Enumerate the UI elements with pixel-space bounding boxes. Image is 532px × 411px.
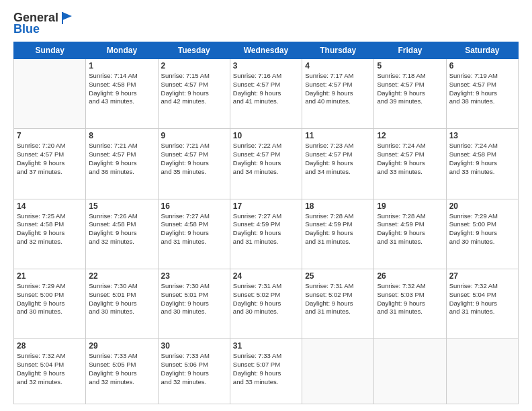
calendar-cell	[374, 339, 446, 404]
calendar-cell	[446, 339, 518, 404]
calendar-cell: 20Sunrise: 7:29 AMSunset: 5:00 PMDayligh…	[446, 199, 518, 269]
calendar-cell: 27Sunrise: 7:32 AMSunset: 5:04 PMDayligh…	[446, 269, 518, 338]
calendar-cell: 11Sunrise: 7:23 AMSunset: 4:57 PMDayligh…	[302, 129, 374, 199]
day-number: 3	[233, 61, 299, 71]
calendar-cell: 31Sunrise: 7:33 AMSunset: 5:07 PMDayligh…	[230, 339, 302, 404]
day-info: Sunrise: 7:29 AMSunset: 5:00 PMDaylight:…	[449, 212, 515, 246]
page: General Blue SundayMondayTuesdayWednesda…	[0, 0, 532, 411]
calendar-cell: 28Sunrise: 7:32 AMSunset: 5:04 PMDayligh…	[14, 339, 86, 404]
day-info: Sunrise: 7:17 AMSunset: 4:57 PMDaylight:…	[305, 72, 371, 106]
calendar-cell: 5Sunrise: 7:18 AMSunset: 4:57 PMDaylight…	[374, 59, 446, 129]
day-number: 25	[305, 271, 371, 281]
day-number: 26	[377, 271, 443, 281]
svg-rect-1	[62, 12, 63, 24]
header: General Blue	[13, 11, 519, 36]
day-info: Sunrise: 7:24 AMSunset: 4:58 PMDaylight:…	[449, 142, 515, 176]
day-info: Sunrise: 7:33 AMSunset: 5:06 PMDaylight:…	[161, 352, 227, 386]
day-number: 13	[449, 131, 515, 140]
calendar-cell: 29Sunrise: 7:33 AMSunset: 5:05 PMDayligh…	[86, 339, 158, 404]
day-info: Sunrise: 7:27 AMSunset: 4:59 PMDaylight:…	[233, 212, 299, 246]
day-info: Sunrise: 7:30 AMSunset: 5:01 PMDaylight:…	[161, 282, 227, 316]
day-number: 17	[233, 201, 299, 211]
day-info: Sunrise: 7:21 AMSunset: 4:57 PMDaylight:…	[89, 142, 154, 176]
day-info: Sunrise: 7:33 AMSunset: 5:07 PMDaylight:…	[233, 352, 299, 386]
calendar-cell: 23Sunrise: 7:30 AMSunset: 5:01 PMDayligh…	[158, 269, 230, 338]
logo-flag-icon	[60, 12, 75, 24]
calendar-week-row: 1Sunrise: 7:14 AMSunset: 4:58 PMDaylight…	[14, 59, 519, 129]
calendar-cell: 25Sunrise: 7:31 AMSunset: 5:02 PMDayligh…	[302, 269, 374, 338]
day-info: Sunrise: 7:28 AMSunset: 4:59 PMDaylight:…	[377, 212, 443, 246]
calendar-cell: 15Sunrise: 7:26 AMSunset: 4:58 PMDayligh…	[86, 199, 158, 269]
logo: General Blue	[13, 11, 75, 36]
calendar-cell	[302, 339, 374, 404]
calendar-cell: 12Sunrise: 7:24 AMSunset: 4:57 PMDayligh…	[374, 129, 446, 199]
calendar-table: SundayMondayTuesdayWednesdayThursdayFrid…	[13, 42, 519, 404]
day-info: Sunrise: 7:27 AMSunset: 4:58 PMDaylight:…	[161, 212, 227, 246]
day-number: 31	[233, 341, 299, 351]
day-info: Sunrise: 7:32 AMSunset: 5:04 PMDaylight:…	[17, 352, 83, 386]
day-number: 22	[89, 271, 154, 281]
calendar-week-row: 21Sunrise: 7:29 AMSunset: 5:00 PMDayligh…	[14, 269, 519, 338]
day-info: Sunrise: 7:32 AMSunset: 5:04 PMDaylight:…	[449, 282, 515, 316]
day-info: Sunrise: 7:18 AMSunset: 4:57 PMDaylight:…	[377, 72, 443, 106]
day-info: Sunrise: 7:28 AMSunset: 4:59 PMDaylight:…	[305, 212, 371, 246]
weekday-header: Wednesday	[230, 42, 302, 59]
day-info: Sunrise: 7:21 AMSunset: 4:57 PMDaylight:…	[161, 142, 227, 176]
weekday-header: Sunday	[14, 42, 86, 59]
day-info: Sunrise: 7:24 AMSunset: 4:57 PMDaylight:…	[377, 142, 443, 176]
day-info: Sunrise: 7:16 AMSunset: 4:57 PMDaylight:…	[233, 72, 299, 106]
day-number: 23	[161, 271, 227, 281]
calendar-cell: 30Sunrise: 7:33 AMSunset: 5:06 PMDayligh…	[158, 339, 230, 404]
calendar-cell: 4Sunrise: 7:17 AMSunset: 4:57 PMDaylight…	[302, 59, 374, 129]
calendar-cell: 10Sunrise: 7:22 AMSunset: 4:57 PMDayligh…	[230, 129, 302, 199]
calendar-week-row: 28Sunrise: 7:32 AMSunset: 5:04 PMDayligh…	[14, 339, 519, 404]
weekday-header: Tuesday	[158, 42, 230, 59]
calendar-cell: 14Sunrise: 7:25 AMSunset: 4:58 PMDayligh…	[14, 199, 86, 269]
day-info: Sunrise: 7:20 AMSunset: 4:57 PMDaylight:…	[17, 142, 83, 176]
weekday-header: Thursday	[302, 42, 374, 59]
svg-marker-0	[62, 12, 72, 20]
calendar-week-row: 14Sunrise: 7:25 AMSunset: 4:58 PMDayligh…	[14, 199, 519, 269]
day-number: 4	[305, 61, 371, 71]
calendar-cell: 22Sunrise: 7:30 AMSunset: 5:01 PMDayligh…	[86, 269, 158, 338]
day-number: 19	[377, 201, 443, 211]
day-number: 9	[161, 131, 227, 140]
calendar-cell: 2Sunrise: 7:15 AMSunset: 4:57 PMDaylight…	[158, 59, 230, 129]
day-number: 8	[89, 131, 154, 140]
weekday-header: Friday	[374, 42, 446, 59]
day-number: 5	[377, 61, 443, 71]
calendar-cell: 16Sunrise: 7:27 AMSunset: 4:58 PMDayligh…	[158, 199, 230, 269]
calendar-cell: 19Sunrise: 7:28 AMSunset: 4:59 PMDayligh…	[374, 199, 446, 269]
day-number: 28	[17, 341, 83, 351]
day-number: 30	[161, 341, 227, 351]
day-info: Sunrise: 7:30 AMSunset: 5:01 PMDaylight:…	[89, 282, 154, 316]
day-info: Sunrise: 7:23 AMSunset: 4:57 PMDaylight:…	[305, 142, 371, 176]
day-number: 15	[89, 201, 154, 211]
calendar-cell: 24Sunrise: 7:31 AMSunset: 5:02 PMDayligh…	[230, 269, 302, 338]
day-number: 18	[305, 201, 371, 211]
day-info: Sunrise: 7:25 AMSunset: 4:58 PMDaylight:…	[17, 212, 83, 246]
day-number: 29	[89, 341, 154, 351]
day-info: Sunrise: 7:33 AMSunset: 5:05 PMDaylight:…	[89, 352, 154, 386]
day-number: 10	[233, 131, 299, 140]
calendar-header-row: SundayMondayTuesdayWednesdayThursdayFrid…	[14, 42, 519, 59]
day-number: 12	[377, 131, 443, 140]
calendar-cell: 8Sunrise: 7:21 AMSunset: 4:57 PMDaylight…	[86, 129, 158, 199]
day-number: 6	[449, 61, 515, 71]
day-number: 11	[305, 131, 371, 140]
day-number: 7	[17, 131, 83, 140]
day-info: Sunrise: 7:14 AMSunset: 4:58 PMDaylight:…	[89, 72, 154, 106]
calendar-cell: 3Sunrise: 7:16 AMSunset: 4:57 PMDaylight…	[230, 59, 302, 129]
logo-blue-text: Blue	[13, 22, 40, 36]
day-info: Sunrise: 7:31 AMSunset: 5:02 PMDaylight:…	[233, 282, 299, 316]
calendar-cell: 9Sunrise: 7:21 AMSunset: 4:57 PMDaylight…	[158, 129, 230, 199]
day-number: 2	[161, 61, 227, 71]
calendar-cell: 7Sunrise: 7:20 AMSunset: 4:57 PMDaylight…	[14, 129, 86, 199]
calendar-cell: 21Sunrise: 7:29 AMSunset: 5:00 PMDayligh…	[14, 269, 86, 338]
weekday-header: Monday	[86, 42, 158, 59]
day-number: 24	[233, 271, 299, 281]
day-info: Sunrise: 7:26 AMSunset: 4:58 PMDaylight:…	[89, 212, 154, 246]
weekday-header: Saturday	[446, 42, 518, 59]
calendar-cell: 17Sunrise: 7:27 AMSunset: 4:59 PMDayligh…	[230, 199, 302, 269]
calendar-cell	[14, 59, 86, 129]
